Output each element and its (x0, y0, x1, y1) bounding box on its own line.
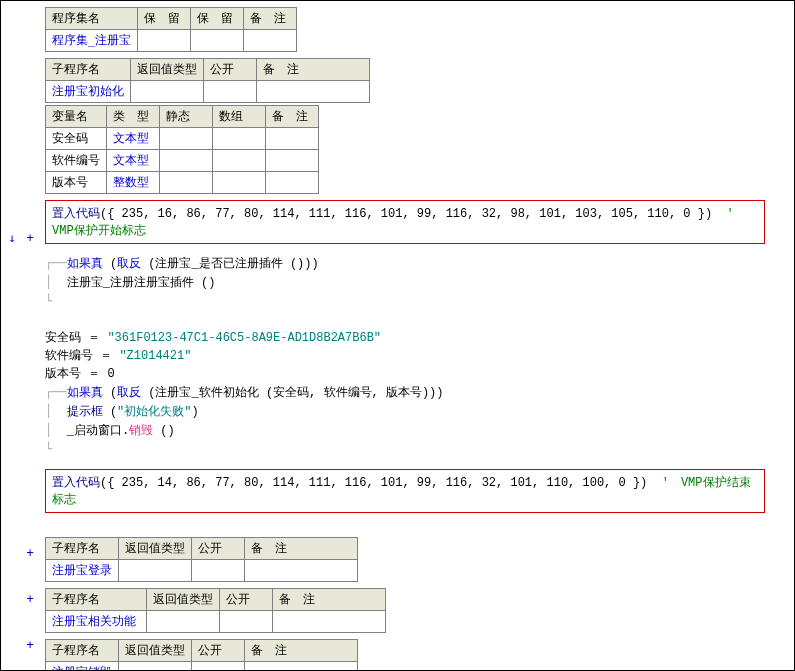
col-header: 公开 (192, 538, 245, 560)
cell[interactable] (192, 662, 245, 672)
cell[interactable] (220, 611, 273, 633)
assembly-name-cell[interactable]: 程序集_注册宝 (46, 30, 138, 52)
code-func: 置入代码 (52, 207, 100, 221)
col-header: 返回值类型 (147, 589, 220, 611)
col-header: 返回值类型 (119, 640, 192, 662)
var-name-cell[interactable]: 安全码 (46, 128, 107, 150)
col-header: 备 注 (245, 640, 358, 662)
cell[interactable] (119, 662, 192, 672)
code-text: ( (103, 405, 117, 419)
cell[interactable] (160, 150, 213, 172)
keyword: 提示框 (67, 405, 103, 419)
cell[interactable] (266, 172, 319, 194)
var-name-cell[interactable]: 软件编号 (46, 150, 107, 172)
col-header: 备 注 (273, 589, 386, 611)
cell[interactable] (245, 560, 358, 582)
col-header: 备 注 (244, 8, 297, 30)
var-type-cell[interactable]: 文本型 (107, 128, 160, 150)
cell[interactable] (191, 30, 244, 52)
breakpoint-arrow[interactable]: ↓ (5, 231, 19, 245)
code-args: ({ 235, 14, 86, 77, 80, 114, 111, 116, 1… (100, 476, 647, 490)
table-row: 软件编号 文本型 (46, 150, 319, 172)
keyword: 取反 (117, 386, 141, 400)
cell[interactable] (131, 81, 204, 103)
code-args: ({ 235, 16, 86, 77, 80, 114, 111, 116, 1… (100, 207, 712, 221)
subroutine-name-cell[interactable]: 注册宝相关功能 (46, 611, 147, 633)
col-header: 程序集名 (46, 8, 138, 30)
expand-icon[interactable]: + (23, 638, 37, 652)
keyword: 如果真 (67, 386, 103, 400)
subroutine-name-cell[interactable]: 注册宝登录 (46, 560, 119, 582)
col-header: 变量名 (46, 106, 107, 128)
table-row: 安全码 文本型 (46, 128, 319, 150)
col-header: 子程序名 (46, 538, 119, 560)
cell[interactable] (213, 150, 266, 172)
var-name-cell[interactable]: 版本号 (46, 172, 107, 194)
subroutine-name-cell[interactable]: 注册宝销毁 (46, 662, 119, 672)
code-text: 软件编号 ＝ (45, 349, 119, 363)
code-text: (注册宝_软件初始化 (安全码, 软件编号, 版本号))) (141, 386, 443, 400)
cell[interactable] (266, 150, 319, 172)
code-text: 安全码 ＝ (45, 331, 107, 345)
gutter: ↓ + + + + (1, 1, 41, 671)
string-literal: "361F0123-47C1-46C5-8A9E-AD1D8B2A7B6B" (107, 331, 381, 345)
var-type-cell[interactable]: 文本型 (107, 150, 160, 172)
col-header: 保 留 (138, 8, 191, 30)
cell[interactable] (273, 611, 386, 633)
subroutine-table: 子程序名 返回值类型 公开 备 注 注册宝销毁 (45, 639, 358, 671)
code-func: 置入代码 (52, 476, 100, 490)
subroutine-name-cell[interactable]: 注册宝初始化 (46, 81, 131, 103)
col-header: 子程序名 (46, 59, 131, 81)
cell[interactable] (266, 128, 319, 150)
expand-icon[interactable]: + (23, 231, 37, 245)
code-text: (注册宝_是否已注册插件 ())) (141, 257, 319, 271)
code-highlight-box[interactable]: 置入代码({ 235, 14, 86, 77, 80, 114, 111, 11… (45, 469, 765, 513)
col-header: 子程序名 (46, 640, 119, 662)
cell[interactable] (244, 30, 297, 52)
col-header: 备 注 (245, 538, 358, 560)
method-name: 销毁 (129, 424, 153, 438)
code-text: ) (192, 405, 199, 419)
code-text: 版本号 ＝ (45, 367, 107, 381)
col-header: 公开 (204, 59, 257, 81)
table-row: 版本号 整数型 (46, 172, 319, 194)
string-literal: "Z1014421" (119, 349, 191, 363)
cell[interactable] (257, 81, 370, 103)
cell[interactable] (245, 662, 358, 672)
cell[interactable] (119, 560, 192, 582)
col-header: 备 注 (257, 59, 370, 81)
string-literal: "初始化失败" (117, 405, 191, 419)
cell[interactable] (192, 560, 245, 582)
cell[interactable] (213, 128, 266, 150)
var-type-cell[interactable]: 整数型 (107, 172, 160, 194)
col-header: 类 型 (107, 106, 160, 128)
code-text: _启动窗口. (67, 424, 129, 438)
code-text: ( (103, 386, 117, 400)
col-header: 备 注 (266, 106, 319, 128)
subroutine-table: 子程序名 返回值类型 公开 备 注 注册宝相关功能 (45, 588, 386, 633)
col-header: 返回值类型 (119, 538, 192, 560)
col-header: 数组 (213, 106, 266, 128)
cell[interactable] (204, 81, 257, 103)
cell[interactable] (138, 30, 191, 52)
keyword: 如果真 (67, 257, 103, 271)
expand-icon[interactable]: + (23, 546, 37, 560)
code-text: 注册宝_注册注册宝插件 () (67, 276, 216, 290)
col-header: 公开 (192, 640, 245, 662)
code-block[interactable]: ┌──如果真 (取反 (注册宝_是否已注册插件 ())) │ 注册宝_注册注册宝… (45, 254, 794, 459)
col-header: 静态 (160, 106, 213, 128)
cell[interactable] (213, 172, 266, 194)
assembly-table: 程序集名 保 留 保 留 备 注 程序集_注册宝 (45, 7, 297, 52)
code-text: () (153, 424, 175, 438)
col-header: 子程序名 (46, 589, 147, 611)
code-highlight-box[interactable]: 置入代码({ 235, 16, 86, 77, 80, 114, 111, 11… (45, 200, 765, 244)
col-header: 保 留 (191, 8, 244, 30)
col-header: 公开 (220, 589, 273, 611)
subroutine-table: 子程序名 返回值类型 公开 备 注 注册宝初始化 (45, 58, 370, 103)
cell[interactable] (147, 611, 220, 633)
cell[interactable] (160, 128, 213, 150)
expand-icon[interactable]: + (23, 592, 37, 606)
code-text: ( (103, 257, 117, 271)
cell[interactable] (160, 172, 213, 194)
col-header: 返回值类型 (131, 59, 204, 81)
